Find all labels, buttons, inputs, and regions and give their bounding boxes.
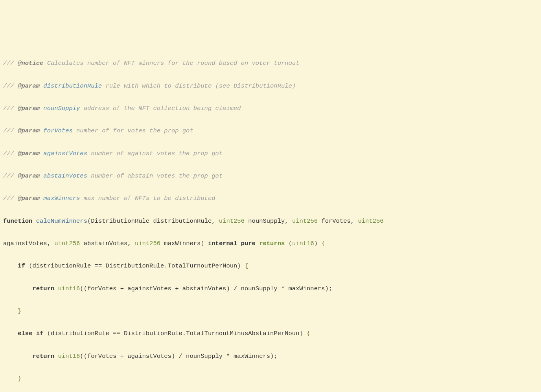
- doc-comment-line: /// @param maxWinners max number of NFTs…: [3, 193, 535, 204]
- else-if-line: else if (distributionRule == Distributio…: [3, 328, 535, 339]
- doc-comment-line: /// @param againstVotes number of agains…: [3, 148, 535, 159]
- close-brace-line: }: [3, 373, 535, 385]
- function-signature-line: function calcNumWinners(DistributionRule…: [3, 216, 535, 227]
- code-block: /// @notice Calculates number of NFT win…: [3, 47, 535, 392]
- doc-comment-line: /// @notice Calculates number of NFT win…: [3, 58, 535, 69]
- if-line: if (distributionRule == DistributionRule…: [3, 260, 535, 272]
- return-line: return uint16((forVotes + againstVotes) …: [3, 351, 535, 362]
- function-signature-line-2: againstVotes, uint256 abstainVotes, uint…: [3, 238, 535, 249]
- doc-comment-line: /// @param distributionRule rule with wh…: [3, 81, 535, 92]
- doc-comment-line: /// @param nounSupply address of the NFT…: [3, 103, 535, 114]
- doc-comment-line: /// @param abstainVotes number of abstai…: [3, 170, 535, 182]
- close-brace-line: }: [3, 306, 535, 317]
- doc-comment-line: /// @param forVotes number of for votes …: [3, 125, 535, 137]
- code-content: /// @notice Calculates number of NFT win…: [3, 58, 535, 392]
- return-line: return uint16((forVotes + againstVotes +…: [3, 283, 535, 295]
